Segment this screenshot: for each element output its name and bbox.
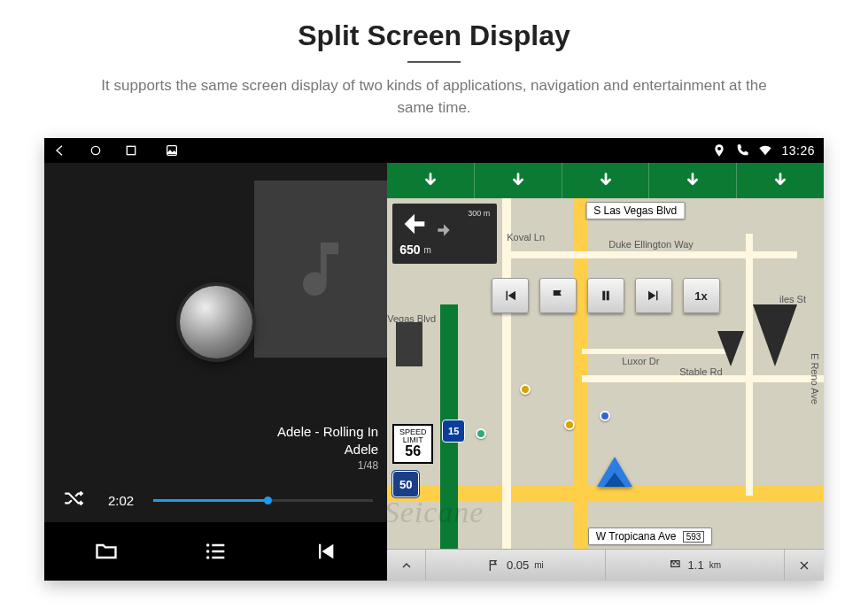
location-icon <box>712 143 726 158</box>
pause-icon <box>598 288 614 304</box>
nav-bottom-bar: 0.05 mi 1.1 km <box>387 549 824 581</box>
sim-next-button[interactable] <box>635 278 672 313</box>
road-stable <box>582 349 735 354</box>
player-progress-row: 2:02 <box>44 481 387 522</box>
sim-speed-button[interactable]: 1x <box>683 278 720 313</box>
map-pin <box>520 384 531 395</box>
album-art-placeholder <box>254 181 387 358</box>
skip-next-icon <box>646 288 662 304</box>
label-giles: iles St <box>779 294 806 304</box>
folder-icon <box>94 539 119 564</box>
nav-stat-distance-1: 0.05 mi <box>426 550 605 581</box>
lane-2 <box>475 163 562 198</box>
sim-prev-button[interactable] <box>492 278 529 313</box>
seek-fill <box>153 499 267 502</box>
picture-icon[interactable] <box>165 143 179 158</box>
clock: 13:26 <box>781 143 815 158</box>
lane-5 <box>737 163 824 198</box>
turn-panel: 300 m 650 m <box>392 204 497 264</box>
nav-lane-bar <box>387 163 824 198</box>
map-canvas[interactable]: Koval Ln Duke Ellington Way Vegas Blvd L… <box>387 198 824 549</box>
arrow-down-icon <box>596 171 616 190</box>
phone-icon <box>735 143 749 158</box>
street-label-bottom: W Tropicana Ave 593 <box>588 527 713 545</box>
wifi-icon <box>758 143 772 158</box>
checkered-flag-icon <box>669 558 683 573</box>
svg-point-3 <box>205 544 209 548</box>
elapsed-time: 2:02 <box>108 493 134 508</box>
playlist-button[interactable] <box>188 532 244 571</box>
arrow-down-icon <box>771 171 790 190</box>
speed-limit-label: SPEED LIMIT <box>394 428 431 445</box>
page-title: Split Screen Display <box>0 19 868 52</box>
svg-point-5 <box>205 557 209 560</box>
turn-distance-unit: m <box>424 245 431 255</box>
seek-bar[interactable] <box>153 499 373 502</box>
android-statusbar: 13:26 <box>44 138 824 163</box>
device-frame: 13:26 Adele - Rolling In Adele 1/48 <box>44 138 824 581</box>
title-underline <box>407 61 461 63</box>
arrow-down-icon <box>683 171 702 190</box>
label-koval: Koval Ln <box>507 232 545 243</box>
label-stable: Stable Rd <box>679 366 722 377</box>
street-label-top: S Las Vegas Blvd <box>585 202 685 219</box>
arrow-down-icon <box>508 171 528 190</box>
skip-previous-icon <box>502 288 518 304</box>
lane-3 <box>562 163 650 198</box>
nav-stat-1-unit: mi <box>534 560 544 570</box>
player-controls <box>44 522 387 581</box>
shuffle-icon <box>62 487 85 510</box>
nav-menu-button[interactable] <box>387 550 426 581</box>
nav-stat-1-value: 0.05 <box>507 558 529 572</box>
nav-stat-2-value: 1.1 <box>688 558 704 572</box>
speed-limit-value: 56 <box>394 444 431 459</box>
next-turn-hint: 300 m <box>468 209 490 218</box>
close-icon <box>797 558 811 573</box>
back-icon[interactable] <box>53 143 67 158</box>
sim-pause-button[interactable] <box>587 278 624 313</box>
label-luxor: Luxor Dr <box>622 356 659 366</box>
page-subtitle: It supports the same screen display of t… <box>89 75 779 119</box>
nav-stat-2-unit: km <box>709 560 721 570</box>
svg-point-0 <box>91 147 99 155</box>
street-bottom-name: W Tropicana Ave <box>596 530 677 543</box>
flag-icon <box>550 288 566 304</box>
route-shield: 50 <box>392 471 419 497</box>
song-title: Adele - Rolling In <box>277 423 378 441</box>
turn-left-icon <box>399 209 430 239</box>
current-heading-arrow <box>597 457 632 487</box>
nav-close-button[interactable] <box>785 550 824 581</box>
road-giles <box>746 234 753 496</box>
map-pin <box>600 411 610 421</box>
navigation-pane: Koval Ln Duke Ellington Way Vegas Blvd L… <box>387 163 824 581</box>
song-artist: Adele <box>277 441 378 458</box>
lane-1 <box>387 163 475 198</box>
svg-point-4 <box>205 551 209 554</box>
road-ellington <box>502 251 797 258</box>
map-pin <box>476 428 486 439</box>
home-icon[interactable] <box>89 143 103 158</box>
music-player-pane: Adele - Rolling In Adele 1/48 2:02 <box>44 163 387 581</box>
street-bottom-number: 593 <box>683 531 705 543</box>
open-folder-button[interactable] <box>78 532 135 571</box>
music-note-icon <box>285 234 356 304</box>
label-reno: E Reno Ave <box>810 353 820 404</box>
building-1 <box>753 304 797 366</box>
player-dial[interactable] <box>180 286 252 358</box>
map-playback-controls: 1x <box>492 278 720 313</box>
list-icon <box>204 539 229 564</box>
speed-limit-sign: SPEED LIMIT 56 <box>392 424 433 465</box>
player-art-area: Adele - Rolling In Adele 1/48 <box>44 163 387 481</box>
shuffle-button[interactable] <box>58 487 89 513</box>
sim-flag-button[interactable] <box>539 278 577 313</box>
arrow-down-icon <box>421 171 440 190</box>
turn-right-icon <box>435 221 453 239</box>
interstate-shield: 15 <box>442 420 465 443</box>
svg-rect-1 <box>127 147 135 155</box>
flag-icon <box>487 558 501 573</box>
skip-previous-icon <box>313 539 337 564</box>
recents-icon[interactable] <box>124 143 138 158</box>
lane-4 <box>649 163 737 198</box>
previous-button[interactable] <box>297 532 353 571</box>
track-index: 1/48 <box>277 458 378 473</box>
